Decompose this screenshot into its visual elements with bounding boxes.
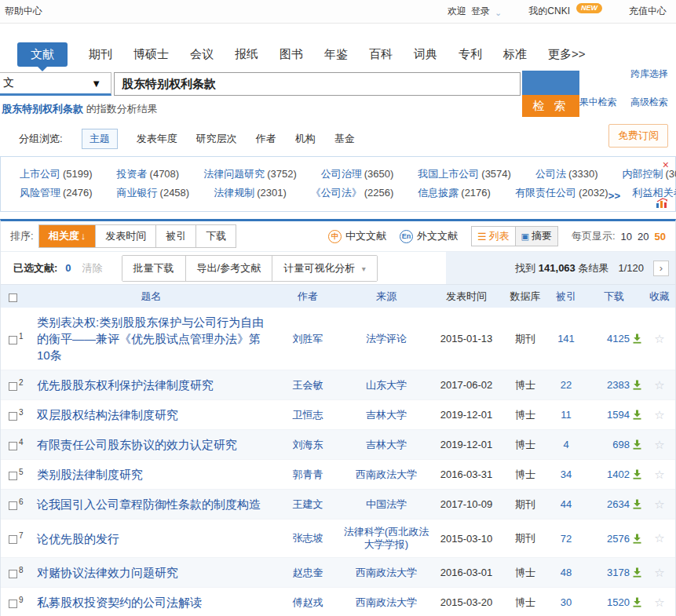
source-link[interactable]: 吉林大学 <box>366 409 407 421</box>
download-count-link[interactable]: 4125 <box>607 333 630 344</box>
free-subscribe-button[interactable]: 免费订阅 <box>608 124 668 148</box>
nav-tab[interactable]: 会议 <box>190 42 214 67</box>
source-link[interactable]: 法律科学(西北政法大学学报) <box>344 526 429 550</box>
group-browse-item[interactable]: 作者 <box>256 132 276 146</box>
sort-option[interactable]: 下载 <box>196 225 236 247</box>
download-icon[interactable] <box>632 334 642 344</box>
nav-tab[interactable]: 期刊 <box>89 42 112 67</box>
cited-count-link[interactable]: 48 <box>561 567 572 578</box>
topic-tag[interactable]: 有限责任公司(2032) <box>515 186 608 200</box>
topic-tag[interactable]: 商业银行(2458) <box>117 186 190 200</box>
search-button[interactable]: 检 索 <box>522 95 579 117</box>
row-checkbox[interactable] <box>9 412 17 421</box>
topic-tag[interactable]: 法律规制(2301) <box>214 186 287 200</box>
chinese-literature-filter[interactable]: 中 中文文献 <box>328 229 386 243</box>
download-icon[interactable] <box>632 567 642 578</box>
download-icon[interactable] <box>632 597 642 607</box>
nav-tab[interactable]: 更多>> <box>548 42 586 67</box>
source-link[interactable]: 山东大学 <box>366 379 407 391</box>
cited-count-link[interactable]: 11 <box>561 409 572 421</box>
topic-tag[interactable]: 我国上市公司(3574) <box>418 167 511 181</box>
favorite-star-icon[interactable]: ☆ <box>644 596 675 610</box>
download-icon[interactable] <box>632 410 642 420</box>
source-link[interactable]: 西南政法大学 <box>356 567 417 578</box>
recharge-center-link[interactable]: 充值中心 <box>629 5 667 18</box>
cited-count-link[interactable]: 22 <box>561 379 572 391</box>
result-title-link[interactable]: 有限责任公司股东协议的效力认定研究 <box>37 438 237 451</box>
favorite-star-icon[interactable]: ☆ <box>644 332 675 346</box>
topic-tag[interactable]: 公司治理(3650) <box>321 167 394 181</box>
topic-tag[interactable]: 《公司法》(2256) <box>311 186 394 200</box>
cited-count-link[interactable]: 4 <box>563 439 568 450</box>
download-icon[interactable] <box>632 469 642 479</box>
author-link[interactable]: 傅赵戎 <box>293 596 323 608</box>
cited-count-link[interactable]: 44 <box>561 498 572 510</box>
row-checkbox[interactable] <box>9 336 17 344</box>
topic-tag[interactable]: 上市公司(5199) <box>20 167 93 181</box>
download-icon[interactable] <box>632 534 642 544</box>
favorite-star-icon[interactable]: ☆ <box>644 438 675 452</box>
nav-tab[interactable]: 报纸 <box>235 42 258 67</box>
result-title-link[interactable]: 论我国引入公司章程防御性条款的制度构造 <box>37 498 261 511</box>
search-field-select[interactable]: 文 ▼ <box>0 72 111 96</box>
download-count-link[interactable]: 1402 <box>607 468 630 480</box>
sort-option[interactable]: 被引 <box>156 225 196 247</box>
download-icon[interactable] <box>632 439 642 450</box>
select-all-checkbox[interactable] <box>9 293 17 302</box>
nav-tab[interactable]: 博硕士 <box>133 42 169 67</box>
nav-tab[interactable]: 百科 <box>369 42 393 67</box>
clear-selection-button[interactable]: 清除 <box>82 261 103 275</box>
topic-tag[interactable]: 利益相关者(1668) <box>632 186 676 200</box>
per-page-option[interactable]: 50 <box>655 231 666 242</box>
group-browse-item[interactable]: 基金 <box>334 132 355 146</box>
group-browse-item[interactable]: 发表年度 <box>137 132 177 146</box>
cited-count-link[interactable]: 30 <box>561 596 572 608</box>
per-page-option[interactable]: 10 <box>621 231 632 242</box>
metrics-visualization-button[interactable]: 计量可视化分析 ▾ <box>272 256 377 281</box>
topic-tag[interactable]: 法律问题研究(3752) <box>203 167 297 181</box>
download-count-link[interactable]: 2576 <box>607 533 630 545</box>
author-link[interactable]: 郭青青 <box>293 468 323 480</box>
row-checkbox[interactable] <box>9 600 17 608</box>
cited-count-link[interactable]: 72 <box>561 533 572 545</box>
foreign-literature-filter[interactable]: En 外文文献 <box>400 229 458 243</box>
abstract-view-button[interactable]: ▣ 摘要 <box>515 227 557 246</box>
author-link[interactable]: 王会敏 <box>293 379 323 391</box>
topic-tag[interactable]: 风险管理(2476) <box>20 186 93 200</box>
favorite-star-icon[interactable]: ☆ <box>644 468 675 482</box>
export-reference-button[interactable]: 导出/参考文献 <box>186 256 273 281</box>
source-link[interactable]: 法学评论 <box>366 333 407 344</box>
source-link[interactable]: 西南政法大学 <box>356 468 417 480</box>
nav-tab[interactable]: 年鉴 <box>324 42 348 67</box>
bar-chart-icon[interactable] <box>656 197 669 208</box>
list-view-button[interactable]: ☰ 列表 <box>472 227 515 246</box>
author-link[interactable]: 王建文 <box>293 498 323 510</box>
row-checkbox[interactable] <box>9 570 17 578</box>
per-page-option[interactable]: 20 <box>638 231 649 242</box>
help-center-link[interactable]: 帮助中心 <box>5 5 42 18</box>
download-count-link[interactable]: 2383 <box>607 379 630 391</box>
nav-tab[interactable]: 标准 <box>503 42 527 67</box>
favorite-star-icon[interactable]: ☆ <box>644 566 675 580</box>
download-count-link[interactable]: 1520 <box>607 596 630 608</box>
nav-tab[interactable]: 专利 <box>459 42 482 67</box>
more-tags-link[interactable]: >> <box>608 190 620 202</box>
search-input[interactable] <box>114 72 521 96</box>
my-cnki-link[interactable]: 我的CNKI <box>528 5 570 18</box>
favorite-star-icon[interactable]: ☆ <box>644 498 675 512</box>
result-title-link[interactable]: 优先股股东权利保护法律制度研究 <box>37 378 214 392</box>
result-title-link[interactable]: 双层股权结构法律制度研究 <box>37 408 178 421</box>
source-link[interactable]: 吉林大学 <box>366 439 407 450</box>
topic-tag[interactable]: 公司法(3330) <box>535 167 598 181</box>
result-title-link[interactable]: 类别表决权:类别股股东保护与公司行为自由的衡平——兼评《优先股试点管理办法》第1… <box>37 315 264 362</box>
group-browse-item[interactable]: 主题 <box>82 129 118 149</box>
group-browse-item[interactable]: 研究层次 <box>196 132 237 146</box>
cited-count-link[interactable]: 34 <box>561 468 572 480</box>
result-title-link[interactable]: 对赌协议法律效力问题研究 <box>37 566 178 579</box>
next-page-button[interactable]: › <box>653 261 669 276</box>
result-title-link[interactable]: 私募股权投资契约的公司法解读 <box>37 596 202 609</box>
row-checkbox[interactable] <box>9 472 17 480</box>
download-count-link[interactable]: 2634 <box>607 498 630 510</box>
row-checkbox[interactable] <box>9 535 17 544</box>
row-checkbox[interactable] <box>9 442 17 450</box>
